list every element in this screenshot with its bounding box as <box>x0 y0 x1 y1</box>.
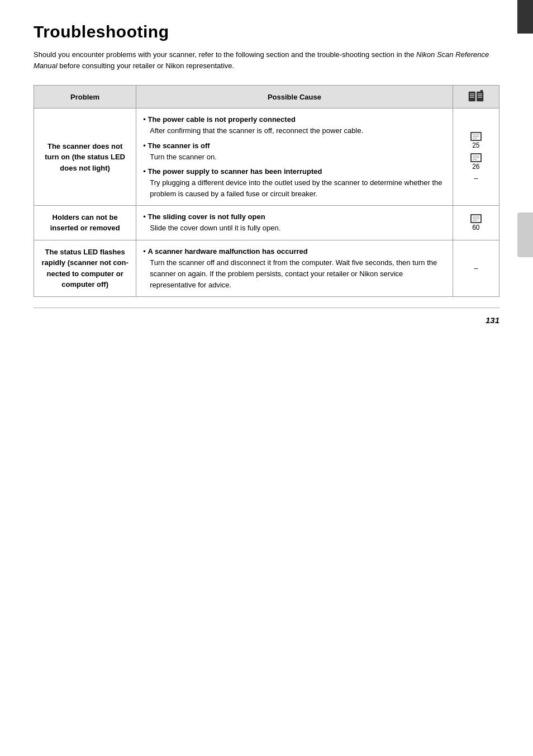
cause-title: The sliding cover is not fully open <box>147 212 265 221</box>
cause-desc: After confirming that the scanner is off… <box>150 125 445 136</box>
problem-cell: Holders can not be inserted or removed <box>34 206 136 240</box>
ref-block: – <box>455 264 497 273</box>
table-row: The scanner does not turn on (the status… <box>34 108 499 206</box>
intro-paragraph: Should you encounter problems with your … <box>34 49 492 72</box>
header-ref-icon-area <box>460 90 492 103</box>
cause-cell: • The power cable is not properly connec… <box>136 108 453 206</box>
book-icon <box>468 90 484 103</box>
cause-desc: Slide the cover down until it is fully o… <box>150 223 445 234</box>
svg-rect-0 <box>469 92 475 101</box>
cause-item: • The power cable is not properly connec… <box>143 114 445 136</box>
ref-entry: 26 <box>470 153 482 171</box>
cause-title: The power cable is not properly connecte… <box>147 115 295 124</box>
ref-cell: 60 <box>453 206 499 240</box>
ref-num: 26 <box>472 163 479 171</box>
cause-title: A scanner hardware malfunction has occur… <box>147 247 307 256</box>
header-ref <box>453 86 499 108</box>
problem-text: Holders can not be inserted or removed <box>50 213 120 233</box>
ref-entry: 60 <box>470 214 482 231</box>
problem-cell: The scanner does not turn on (the status… <box>34 108 136 206</box>
ref-page-icon <box>470 153 482 163</box>
cause-item: • The power supply to scanner has been i… <box>143 166 445 200</box>
cause-cell: • The sliding cover is not fully open Sl… <box>136 206 453 240</box>
cause-desc: Try plugging a different device into the… <box>150 177 445 200</box>
header-cause: Possible Cause <box>136 86 453 108</box>
cause-title: The scanner is off <box>147 141 210 150</box>
cause-item: • The scanner is off Turn the scanner on… <box>143 140 445 163</box>
page-footer-rule <box>34 308 499 308</box>
ref-block: 25 26 <box>455 131 497 183</box>
ref-entry: 25 <box>470 131 482 149</box>
intro-text-before: Should you encounter problems with your … <box>34 50 416 59</box>
cause-title: The power supply to scanner has been int… <box>147 167 322 176</box>
cause-item: • A scanner hardware malfunction has occ… <box>143 246 445 291</box>
cause-desc: Turn the scanner off and disconnect it f… <box>150 257 445 291</box>
cause-item: • The sliding cover is not fully open Sl… <box>143 211 445 234</box>
page-number: 131 <box>486 315 499 325</box>
table-row: The status LED flashes rapidly (scanner … <box>34 240 499 297</box>
ref-num: 25 <box>472 141 479 149</box>
ref-entry: – <box>474 264 478 273</box>
header-problem: Problem <box>34 86 136 108</box>
problem-text: The status LED flashes rapidly (scanner … <box>41 248 128 289</box>
ref-num: 60 <box>472 224 479 231</box>
ref-page-icon <box>470 131 482 141</box>
ref-entry: – <box>474 174 478 183</box>
problem-cell: The status LED flashes rapidly (scanner … <box>34 240 136 297</box>
problem-text: The scanner does not turn on (the status… <box>45 142 125 172</box>
ref-dash: – <box>474 174 478 183</box>
corner-accent <box>517 0 533 34</box>
page-title: Troubleshooting <box>34 22 499 41</box>
ref-cell: 25 26 <box>453 108 499 206</box>
troubleshooting-table: Problem Possible Cause <box>34 85 499 297</box>
table-row: Holders can not be inserted or removed •… <box>34 206 499 240</box>
side-tab <box>517 212 533 257</box>
cause-cell: • A scanner hardware malfunction has occ… <box>136 240 453 297</box>
intro-text-after: before consulting your retailer or Nikon… <box>58 62 235 70</box>
ref-dash: – <box>474 264 478 273</box>
cause-desc: Turn the scanner on. <box>150 152 445 163</box>
ref-page-icon <box>470 214 482 224</box>
ref-block: 60 <box>455 214 497 231</box>
ref-cell: – <box>453 240 499 297</box>
page-container: Troubleshooting Should you encounter pro… <box>0 0 533 342</box>
